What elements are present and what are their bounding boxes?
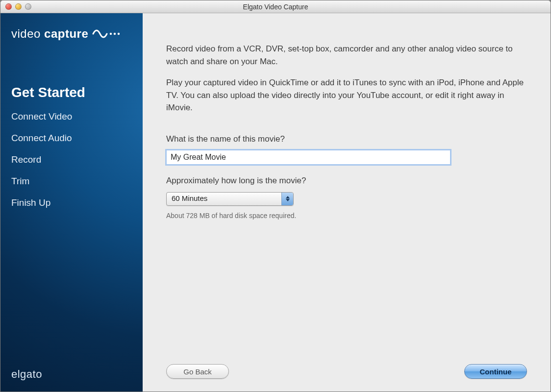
close-window-button[interactable] bbox=[5, 3, 12, 10]
sidebar-item-connect-audio[interactable]: Connect Audio bbox=[11, 133, 132, 144]
intro-text: Record video from a VCR, DVR, set-top bo… bbox=[166, 43, 527, 123]
svg-point-2 bbox=[118, 33, 120, 35]
sidebar-item-get-started[interactable]: Get Started bbox=[11, 85, 132, 100]
app-logo: video capture bbox=[11, 27, 132, 41]
intro-paragraph-1: Record video from a VCR, DVR, set-top bo… bbox=[166, 43, 527, 68]
app-logo-text: video capture bbox=[11, 27, 88, 41]
sidebar-nav: Get Started Connect Video Connect Audio … bbox=[11, 85, 132, 208]
movie-name-field: What is the name of this movie? bbox=[166, 133, 527, 165]
disk-space-hint: About 728 MB of hard disk space required… bbox=[166, 211, 527, 221]
svg-point-1 bbox=[114, 33, 116, 35]
go-back-button[interactable]: Go Back bbox=[166, 364, 229, 379]
sidebar-item-connect-video[interactable]: Connect Video bbox=[11, 111, 132, 122]
traffic-lights bbox=[5, 3, 31, 10]
app-window: Elgato Video Capture video capture bbox=[0, 0, 551, 392]
minimize-window-button[interactable] bbox=[15, 3, 22, 10]
brand-suffix: capture bbox=[44, 27, 88, 40]
sidebar-item-record[interactable]: Record bbox=[11, 154, 132, 165]
movie-name-input[interactable] bbox=[166, 150, 451, 165]
movie-duration-field: Approximately how long is the movie? 60 … bbox=[166, 174, 527, 221]
sidebar-item-trim[interactable]: Trim bbox=[11, 176, 132, 187]
window-body: video capture Get Started Connect Video … bbox=[0, 13, 551, 392]
sidebar: video capture Get Started Connect Video … bbox=[0, 13, 143, 392]
svg-point-0 bbox=[110, 33, 112, 35]
intro-paragraph-2: Play your captured video in QuickTime or… bbox=[166, 76, 527, 114]
window-title: Elgato Video Capture bbox=[0, 3, 551, 11]
footer-buttons: Go Back Continue bbox=[166, 354, 527, 379]
movie-duration-label: Approximately how long is the movie? bbox=[166, 174, 527, 187]
brand-prefix: video bbox=[11, 27, 41, 40]
titlebar[interactable]: Elgato Video Capture bbox=[0, 0, 551, 13]
wave-icon bbox=[92, 27, 122, 41]
movie-duration-select[interactable]: 60 Minutes bbox=[166, 192, 294, 206]
sidebar-item-finish-up[interactable]: Finish Up bbox=[11, 197, 132, 208]
zoom-window-button[interactable] bbox=[25, 3, 31, 10]
continue-button[interactable]: Continue bbox=[464, 364, 527, 379]
chevron-up-icon bbox=[286, 196, 290, 198]
stepper-icon bbox=[281, 193, 293, 205]
chevron-down-icon bbox=[286, 199, 290, 201]
main-panel: Record video from a VCR, DVR, set-top bo… bbox=[143, 13, 551, 392]
movie-duration-value: 60 Minutes bbox=[167, 193, 281, 204]
vendor-logo: elgato bbox=[11, 368, 132, 381]
movie-name-label: What is the name of this movie? bbox=[166, 133, 527, 146]
